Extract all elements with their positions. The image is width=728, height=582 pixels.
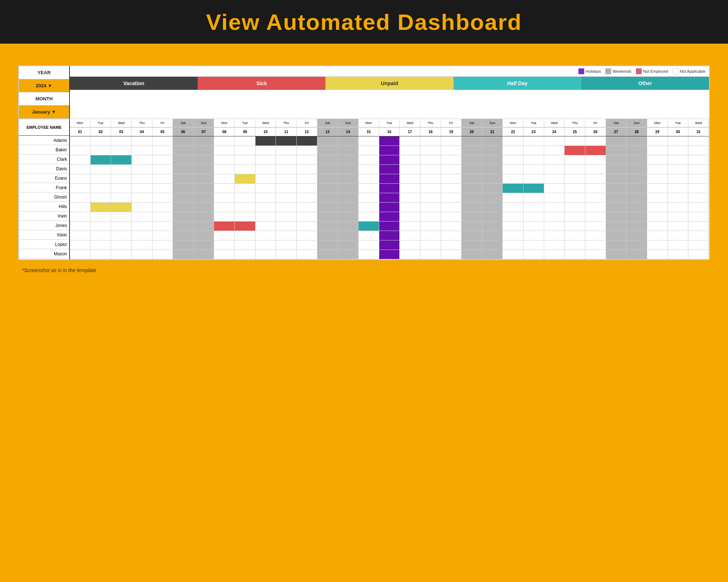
klein-20 [462, 231, 482, 240]
hills-07 [194, 203, 214, 212]
mason-13 [317, 250, 338, 259]
mason-07 [194, 250, 214, 259]
hills-14 [338, 203, 359, 212]
lopez-21 [482, 240, 503, 250]
clark-29 [647, 155, 668, 165]
adams-30 [668, 136, 689, 146]
ghosh-21 [482, 193, 503, 203]
davis-10 [256, 165, 276, 174]
evans-08 [214, 174, 235, 184]
davis-17 [400, 165, 420, 174]
evans-23 [523, 174, 544, 184]
mason-24 [544, 250, 565, 259]
ghosh-01 [70, 193, 91, 203]
vacation-bar: Vacation [70, 77, 198, 90]
clark-01 [70, 155, 91, 165]
row-hills [70, 203, 709, 212]
clark-19 [441, 155, 462, 165]
clark-06 [173, 155, 194, 165]
mason-21 [482, 250, 503, 259]
dn-8: Mon [214, 119, 235, 127]
mason-05 [153, 250, 173, 259]
davis-26 [585, 165, 606, 174]
adams-13 [317, 136, 338, 146]
dn-18: Thu [420, 119, 441, 127]
emp-jones: Jones [19, 221, 69, 230]
dn-16: Tue [379, 119, 400, 127]
davis-21 [482, 165, 503, 174]
irwin-16 [379, 212, 400, 222]
irwin-15 [359, 212, 379, 222]
irwin-27 [606, 212, 627, 222]
unpaid-bar: Unpaid [325, 77, 453, 90]
ghosh-30 [668, 193, 689, 203]
lopez-16 [379, 240, 400, 250]
irwin-21 [482, 212, 503, 222]
klein-28 [626, 231, 647, 240]
frank-24 [544, 184, 565, 193]
dn-4: Thu [132, 119, 153, 127]
baker-09 [235, 146, 256, 155]
year-value[interactable]: 2024 ▼ [19, 79, 69, 92]
emp-irwin: Irwin [19, 211, 69, 221]
row-lopez [70, 240, 709, 250]
hills-04 [132, 203, 153, 212]
evans-09 [235, 174, 256, 184]
legend-notapplicable: Not Applicable [673, 68, 705, 74]
jones-08 [214, 222, 235, 231]
frank-04 [132, 184, 153, 193]
emp-baker: Baker [19, 145, 69, 155]
evans-04 [132, 174, 153, 184]
hills-18 [420, 203, 441, 212]
evans-27 [606, 174, 627, 184]
irwin-07 [194, 212, 214, 222]
d-01: 01 [70, 128, 91, 136]
lopez-13 [317, 240, 338, 250]
klein-05 [153, 231, 173, 240]
mason-26 [585, 250, 606, 259]
irwin-12 [297, 212, 317, 222]
frank-19 [441, 184, 462, 193]
hills-13 [317, 203, 338, 212]
clark-30 [668, 155, 689, 165]
adams-23 [523, 136, 544, 146]
irwin-25 [565, 212, 585, 222]
mason-30 [668, 250, 689, 259]
adams-10 [256, 136, 276, 146]
evans-30 [668, 174, 689, 184]
dn-7: Sun [194, 119, 214, 127]
main-grid: EMPLOYEE NAME Adams Baker Clark Davis Ev… [19, 119, 709, 259]
irwin-09 [235, 212, 256, 222]
ghosh-09 [235, 193, 256, 203]
irwin-06 [173, 212, 194, 222]
irwin-14 [338, 212, 359, 222]
hills-27 [606, 203, 627, 212]
jones-19 [441, 222, 462, 231]
frank-06 [173, 184, 194, 193]
hills-12 [297, 203, 317, 212]
irwin-10 [256, 212, 276, 222]
irwin-05 [153, 212, 173, 222]
clark-08 [214, 155, 235, 165]
klein-12 [297, 231, 317, 240]
days-grid: Mon Tue Wed Thu Fri Sat Sun Mon Tue Wed … [70, 119, 709, 259]
hills-09 [235, 203, 256, 212]
jones-15 [359, 222, 379, 231]
dn-27: Sat [606, 119, 627, 127]
davis-05 [153, 165, 173, 174]
davis-14 [338, 165, 359, 174]
month-value[interactable]: January ▼ [19, 105, 69, 119]
d-31: 31 [688, 128, 709, 136]
jones-12 [297, 222, 317, 231]
klein-08 [214, 231, 235, 240]
lopez-25 [565, 240, 585, 250]
clark-04 [132, 155, 153, 165]
evans-06 [173, 174, 194, 184]
davis-30 [668, 165, 689, 174]
klein-29 [647, 231, 668, 240]
notemployed-label: Not Employed [643, 69, 668, 73]
klein-02 [91, 231, 111, 240]
davis-07 [194, 165, 214, 174]
d-29: 29 [647, 128, 668, 136]
frank-12 [297, 184, 317, 193]
